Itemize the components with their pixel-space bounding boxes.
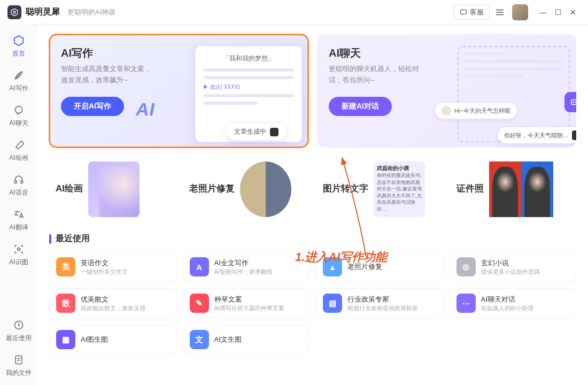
svg-point-7 [15, 106, 22, 113]
sidebar-item-files[interactable]: 我的文件 [4, 349, 34, 380]
sidebar: 首页 AI写作 AI聊天 AI绘画 AI语音 AI翻译 AI识图 最 [0, 25, 37, 385]
recent-tool-7[interactable]: ⋯ AI聊天对话宛如真人的AI小助理 [450, 288, 577, 318]
sidebar-item-ocr[interactable]: AI识图 [4, 238, 34, 269]
recent-header: 最近使用 [49, 233, 576, 244]
feature-idphoto-thumb [489, 161, 553, 217]
tool-subtitle: 一键创作英文作文 [81, 268, 128, 276]
recent-tool-8[interactable]: ▦ AI图生图 [49, 325, 176, 355]
sidebar-item-chat[interactable]: AI聊天 [4, 99, 34, 130]
tool-icon: ▲ [323, 257, 342, 276]
sidebar-item-paint[interactable]: AI绘画 [4, 134, 34, 165]
feature-ocr-thumb: 武昌街的小调 有时候到重庆路买书,总会不自觉地跑武昌街去走一回,最近发现武昌街大… [374, 161, 425, 217]
recent-tools-grid: 英 英语作文一键创作英文作文A AI全文写作AI智能写作，效率翻倍▲ 老照片修复… [49, 252, 576, 355]
hero-writing-desc: 智能生成高质量文章和文案，激发灵感，效率飙升~ [61, 64, 157, 86]
ai-badge: AI [136, 99, 155, 120]
chat-fab-icon [564, 92, 576, 112]
tool-subtitle: AI撰写任何主题的种草文案 [214, 304, 284, 312]
tool-icon: ▤ [323, 294, 342, 313]
svg-point-17 [576, 102, 577, 103]
svg-rect-12 [16, 356, 22, 364]
new-chat-button[interactable]: 新建AI对话 [329, 97, 392, 116]
sidebar-item-writing[interactable]: AI写作 [4, 65, 34, 95]
recent-tool-9[interactable]: 文 AI文生图 [183, 325, 310, 355]
support-button[interactable]: 客服 [454, 5, 490, 20]
app-title: 聪明灵犀 [26, 6, 60, 18]
hero-chat-card[interactable]: AI聊天 更聪明的聊天机器人，轻松对话，答你所问~ 新建AI对话 Hi~今天的天… [317, 34, 576, 148]
sidebar-item-translate[interactable]: AI翻译 [4, 204, 34, 234]
sidebar-item-voice[interactable]: AI语音 [4, 169, 34, 199]
feature-ocr[interactable]: 图片转文字 武昌街的小调 有时候到重庆路买书,总会不自觉地跑武昌街去走一回,最近… [316, 155, 443, 224]
translate-icon [12, 208, 25, 221]
app-mini-icon [270, 128, 278, 136]
maximize-button[interactable]: ☐ [551, 8, 566, 17]
hero-writing-title: AI写作 [61, 46, 157, 60]
tool-icon: A [190, 257, 209, 276]
chat-icon [460, 9, 467, 16]
recent-tool-0[interactable]: 英 英语作文一键创作英文作文 [49, 252, 176, 282]
sidebar-item-home[interactable]: 首页 [4, 30, 34, 60]
hero-chat-title: AI聊天 [329, 46, 425, 60]
svg-rect-9 [21, 181, 22, 183]
tool-title: 英语作文 [81, 258, 128, 268]
tool-icon: ✎ [190, 294, 209, 313]
svg-point-1 [13, 11, 16, 13]
svg-point-16 [573, 102, 574, 103]
recent-tool-5[interactable]: ✎ 种草文案AI撰写任何主题的种草文案 [183, 288, 310, 318]
feature-restore[interactable]: 老照片修复 [183, 155, 309, 224]
mock-chat: Hi~今天的天气怎样呢 你好呀，今天天气晴朗… [458, 46, 570, 142]
hero-chat-desc: 更聪明的聊天机器人，轻松对话，答你所问~ [329, 64, 425, 86]
tool-subtitle: 宛如真人的AI小助理 [481, 304, 533, 312]
hamburger-icon [495, 7, 505, 17]
svg-marker-0 [11, 9, 18, 16]
generating-chip: 文章生成中 [227, 124, 286, 140]
tool-title: 优美散文 [81, 295, 145, 304]
start-writing-button[interactable]: 开启AI写作 [61, 97, 124, 116]
tool-icon: 英 [56, 257, 75, 276]
menu-button[interactable] [495, 7, 507, 17]
file-icon [12, 353, 25, 366]
app-tagline: 更聪明的AI神器 [67, 7, 115, 17]
recent-tool-2[interactable]: ▲ 老照片修复 [316, 252, 443, 282]
chat-bubble-user: Hi~今天的天气怎样呢 [435, 103, 517, 119]
chat-bubble-ai: 你好呀，今天天气晴朗… [498, 127, 576, 143]
tool-title: 老照片修复 [347, 262, 382, 272]
feature-restore-thumb [240, 161, 291, 217]
headphone-icon [12, 173, 25, 186]
user-avatar[interactable] [512, 4, 528, 20]
tool-subtitle: 根据行业名称提供政策框架 [347, 304, 418, 312]
feather-icon [12, 69, 25, 82]
sidebar-item-recent[interactable]: 最近使用 [4, 314, 34, 345]
recent-tool-4[interactable]: 散 优美散文高效输出散文，激发灵感 [49, 288, 176, 318]
tool-title: AI文生图 [214, 335, 242, 344]
content: AI写作 智能生成高质量文章和文案，激发灵感，效率飙升~ 开启AI写作 AI 「… [37, 25, 588, 385]
ai-mini-icon [572, 130, 576, 140]
tool-icon: 散 [56, 294, 75, 313]
recent-tool-3[interactable]: ◎ 玄幻小说提供更多小说创作思路 [450, 252, 577, 282]
chat-bubble-icon [12, 104, 25, 117]
tool-icon: ◎ [457, 257, 476, 276]
recent-tool-6[interactable]: ▤ 行业政策专家根据行业名称提供政策框架 [316, 288, 443, 318]
tool-title: AI图生图 [81, 335, 108, 344]
tool-title: 行业政策专家 [347, 295, 418, 304]
tool-subtitle: 提供更多小说创作思路 [481, 268, 540, 276]
app-logo: 聪明灵犀 更聪明的AI神器 [7, 5, 115, 19]
hero-writing-card[interactable]: AI写作 智能生成高质量文章和文案，激发灵感，效率飙升~ 开启AI写作 AI 「… [49, 34, 308, 148]
feature-paint[interactable]: AI绘画 [49, 155, 175, 224]
svg-rect-8 [15, 181, 17, 183]
home-icon [12, 34, 25, 47]
svg-marker-6 [14, 36, 24, 45]
recent-tool-1[interactable]: A AI全文写作AI智能写作，效率翻倍 [183, 252, 310, 282]
feature-idphoto[interactable]: 证件照 [450, 155, 576, 224]
minimize-button[interactable]: — [536, 8, 551, 17]
tool-subtitle: 高效输出散文，激发灵感 [81, 304, 145, 312]
svg-point-10 [18, 248, 20, 251]
user-mini-avatar [442, 106, 451, 116]
tool-title: 玄幻小说 [481, 258, 540, 268]
tool-icon: 文 [190, 330, 209, 349]
clock-icon [12, 319, 25, 332]
svg-rect-2 [461, 10, 467, 14]
feature-paint-thumb [88, 161, 140, 217]
tool-subtitle: AI智能写作，效率翻倍 [214, 268, 273, 276]
close-button[interactable]: ✕ [566, 8, 581, 17]
scan-icon [12, 243, 25, 256]
